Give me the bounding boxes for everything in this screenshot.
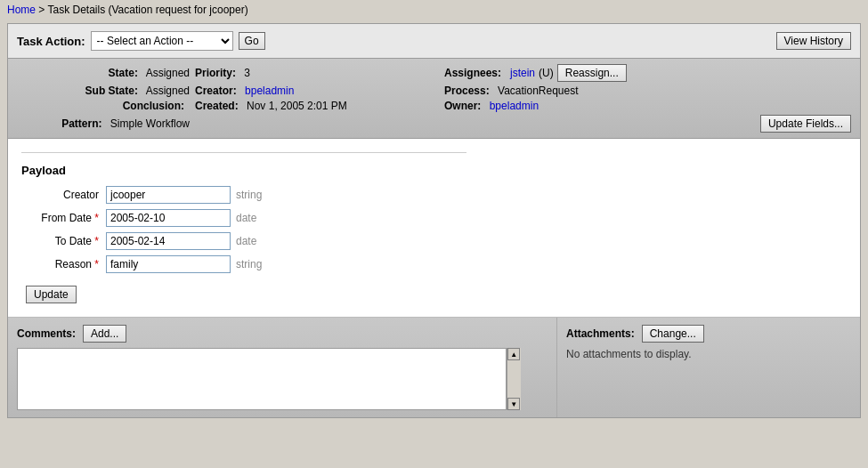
payload-form: Creator string From Date * date To Date … (26, 186, 847, 273)
substate-label: Sub State: (85, 85, 143, 97)
creator-label: Creator: (195, 85, 242, 97)
assignees-label: Assignees: (444, 67, 507, 79)
substate-value: Assigned (146, 85, 190, 97)
form-row-creator: Creator string (26, 186, 847, 204)
no-attachments-text: No attachments to display. (566, 348, 851, 360)
update-fields-button[interactable]: Update Fields... (760, 115, 851, 133)
creator-type-hint: string (236, 189, 262, 201)
fromdate-field-label: From Date * (26, 212, 106, 224)
reason-input[interactable] (106, 255, 231, 273)
created-label: Created: (195, 100, 244, 112)
assignees-suffix: (U) (539, 67, 554, 79)
view-history-button[interactable]: View History (776, 32, 851, 50)
reassign-button[interactable]: Reassign... (557, 64, 627, 82)
created-value: Nov 1, 2005 2:01 PM (247, 100, 347, 112)
comments-scrollbar: ▲ ▼ (507, 348, 521, 410)
breadcrumb: Home > Task Details (Vacation request fo… (0, 0, 868, 20)
separator (21, 152, 466, 153)
add-comment-button[interactable]: Add... (83, 325, 126, 343)
owner-link[interactable]: bpeladmin (490, 100, 539, 112)
process-value: VacationRequest (498, 85, 579, 97)
change-attachments-button[interactable]: Change... (642, 325, 704, 343)
comments-header: Comments: Add... (17, 325, 548, 343)
scroll-down-arrow[interactable]: ▼ (507, 398, 520, 410)
attachments-header: Attachments: Change... (566, 325, 851, 343)
reason-required: * (94, 258, 99, 270)
info-panel: State: Assigned Priority: 3 Assignees: j… (8, 59, 860, 139)
task-action-bar: Task Action: -- Select an Action -- Go V… (8, 24, 860, 59)
form-row-todate: To Date * date (26, 232, 847, 250)
task-action-left: Task Action: -- Select an Action -- Go (17, 31, 265, 51)
comments-label: Comments: (17, 327, 76, 340)
todate-required: * (94, 235, 99, 247)
creator-input[interactable] (106, 186, 231, 204)
todate-type-hint: date (236, 235, 256, 247)
conclusion-label: Conclusion: (123, 100, 190, 112)
task-action-select[interactable]: -- Select an Action -- (91, 31, 233, 51)
creator-field-label: Creator (26, 189, 106, 201)
breadcrumb-separator: > (38, 4, 47, 16)
payload-title: Payload (21, 164, 847, 177)
attachments-section: Attachments: Change... No attachments to… (557, 318, 860, 417)
form-row-reason: Reason * string (26, 255, 847, 273)
scroll-up-arrow[interactable]: ▲ (507, 348, 520, 360)
reason-type-hint: string (236, 258, 262, 270)
home-link[interactable]: Home (7, 4, 36, 16)
fromdate-input[interactable] (106, 209, 231, 227)
todate-field-label: To Date * (26, 235, 106, 247)
creator-link[interactable]: bpeladmin (245, 85, 294, 97)
bottom-panel: Comments: Add... ▲ ▼ Attachments: Change… (8, 318, 860, 417)
comments-textarea-wrapper: ▲ ▼ (17, 348, 521, 410)
update-button[interactable]: Update (26, 286, 77, 303)
owner-label: Owner: (444, 100, 486, 112)
fromdate-required: * (94, 212, 99, 224)
update-btn-row: Update (26, 286, 847, 303)
attachments-label: Attachments: (566, 327, 635, 340)
state-value: Assigned (146, 67, 190, 79)
state-label: State: (109, 67, 143, 79)
pattern-value: Simple Workflow (110, 117, 190, 130)
comments-section: Comments: Add... ▲ ▼ (8, 318, 557, 417)
main-content: Payload Creator string From Date * date … (8, 139, 860, 318)
process-label: Process: (444, 85, 495, 97)
fromdate-type-hint: date (236, 212, 256, 224)
todate-input[interactable] (106, 232, 231, 250)
main-container: Task Action: -- Select an Action -- Go V… (7, 23, 861, 418)
assignees-link[interactable]: jstein (510, 67, 535, 79)
priority-value: 3 (244, 67, 250, 79)
comments-textarea[interactable] (17, 348, 507, 410)
reason-field-label: Reason * (26, 258, 106, 270)
priority-label: Priority: (195, 67, 241, 79)
pattern-label: Pattern: (61, 117, 107, 130)
form-row-fromdate: From Date * date (26, 209, 847, 227)
task-action-label: Task Action: (17, 35, 85, 48)
go-button[interactable]: Go (239, 32, 265, 50)
page-title: Task Details (Vacation request for jcoop… (47, 4, 247, 16)
